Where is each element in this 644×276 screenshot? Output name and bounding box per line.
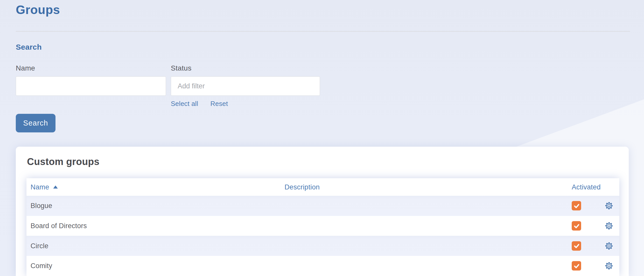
check-icon <box>573 242 580 250</box>
select-all-link[interactable]: Select all <box>171 100 198 108</box>
custom-groups-card: Custom groups Name Description Activated… <box>16 147 629 276</box>
group-name: Blogue <box>31 202 52 210</box>
column-header-name-label: Name <box>31 183 49 191</box>
search-button[interactable]: Search <box>16 114 55 132</box>
column-header-name[interactable]: Name <box>31 183 58 191</box>
groups-page: Groups Search Name Status Select all Res… <box>0 0 644 276</box>
check-icon <box>573 262 580 270</box>
name-input[interactable] <box>16 76 166 96</box>
group-name: Comity <box>31 262 52 270</box>
groups-table: Name Description Activated Blogue Board … <box>26 178 619 276</box>
status-filter-input[interactable] <box>171 76 320 96</box>
settings-gear-icon[interactable] <box>605 242 613 250</box>
status-field-group: Status Select all Reset <box>171 64 320 108</box>
name-field-group: Name <box>16 64 166 108</box>
table-row: Circle <box>26 236 619 256</box>
page-title: Groups <box>16 3 60 17</box>
reset-link[interactable]: Reset <box>211 100 228 108</box>
table-row: Comity <box>26 256 619 276</box>
search-form: Name Status Select all Reset <box>16 64 320 108</box>
settings-gear-icon[interactable] <box>605 222 613 230</box>
activated-checkbox[interactable] <box>572 221 581 231</box>
column-header-activated[interactable]: Activated <box>572 183 601 191</box>
column-header-description[interactable]: Description <box>251 183 353 191</box>
table-row: Blogue <box>26 196 619 216</box>
activated-checkbox[interactable] <box>572 261 581 271</box>
sort-ascending-icon <box>53 186 58 189</box>
status-filter-links: Select all Reset <box>171 100 320 108</box>
settings-gear-icon[interactable] <box>605 262 613 270</box>
search-heading: Search <box>16 43 42 51</box>
settings-gear-icon[interactable] <box>605 202 613 210</box>
table-header-row: Name Description Activated <box>26 178 619 196</box>
group-name: Board of Directors <box>31 222 87 230</box>
check-icon <box>573 202 580 210</box>
status-label: Status <box>171 64 320 72</box>
table-body: Blogue Board of Directors <box>26 196 619 276</box>
group-name: Circle <box>31 242 48 250</box>
card-title: Custom groups <box>27 156 100 167</box>
activated-checkbox[interactable] <box>572 241 581 251</box>
name-label: Name <box>16 64 166 72</box>
header-divider <box>16 31 630 32</box>
table-row: Board of Directors <box>26 216 619 236</box>
activated-checkbox[interactable] <box>572 201 581 211</box>
check-icon <box>573 222 580 230</box>
